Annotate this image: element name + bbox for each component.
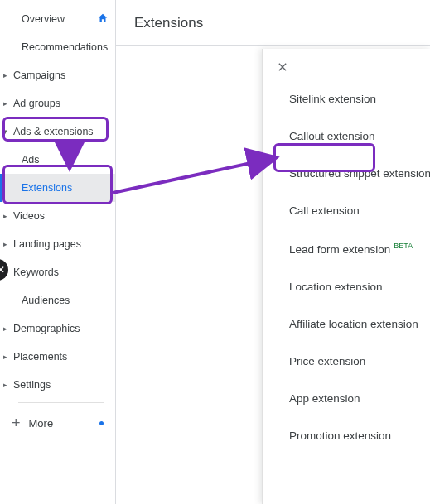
beta-badge: BETA	[394, 242, 413, 250]
close-icon	[276, 60, 289, 74]
menu-item-call[interactable]: Call extension	[263, 192, 430, 229]
sidebar-item-extensions[interactable]: Extensions	[0, 174, 115, 202]
sidebar-item-label: Videos	[13, 210, 45, 222]
sidebar: Overview Recommendations ▸ Campaigns ▸ A…	[0, 0, 116, 504]
sidebar-item-recommendations[interactable]: Recommendations	[0, 33, 115, 61]
sidebar-more-label: More	[29, 417, 54, 430]
sidebar-item-campaigns[interactable]: ▸ Campaigns	[0, 61, 115, 89]
sidebar-item-label: Placements	[13, 351, 67, 362]
menu-item-affiliate-location[interactable]: Affiliate location extension	[263, 305, 430, 343]
divider	[18, 402, 104, 403]
sidebar-item-videos[interactable]: ▸ Videos	[0, 202, 115, 230]
menu-item-app[interactable]: App extension	[263, 380, 430, 417]
sidebar-item-ads[interactable]: Ads	[0, 146, 115, 174]
caret-right-icon: ▸	[3, 353, 12, 361]
caret-right-icon: ▸	[3, 71, 12, 79]
sidebar-item-ads-extensions[interactable]: ▾ Ads & extensions	[0, 118, 115, 146]
caret-right-icon: ▸	[3, 99, 12, 108]
sidebar-item-label: Demographics	[13, 323, 80, 334]
menu-item-label: App extension	[289, 392, 360, 405]
plus-icon: +	[12, 415, 21, 432]
sidebar-item-label: Extensions	[22, 182, 72, 194]
sidebar-item-label: Overview	[22, 13, 65, 25]
sidebar-item-label: Landing pages	[13, 238, 81, 250]
caret-right-icon: ▸	[3, 381, 12, 389]
sidebar-item-overview[interactable]: Overview	[0, 5, 115, 33]
menu-item-label: Affiliate location extension	[289, 318, 418, 330]
sidebar-item-label: Audiences	[22, 295, 70, 306]
sidebar-item-label: Ads	[22, 154, 40, 166]
sidebar-item-label: Keywords	[13, 266, 59, 278]
menu-item-label: Structured snippet extension	[289, 167, 430, 180]
menu-item-label: Promotion extension	[289, 430, 391, 442]
sidebar-more-button[interactable]: + More	[0, 406, 115, 439]
page-title: Extensions	[116, 0, 430, 46]
menu-item-price[interactable]: Price extension	[263, 343, 430, 380]
close-button[interactable]	[263, 49, 430, 80]
sidebar-item-label: Settings	[13, 379, 51, 391]
sidebar-item-ad-groups[interactable]: ▸ Ad groups	[0, 89, 115, 118]
menu-item-label: Callout extension	[289, 130, 375, 142]
menu-item-callout[interactable]: Callout extension	[263, 118, 430, 155]
main-content: Extensions Sitelink extension Callout ex…	[116, 0, 430, 504]
caret-right-icon: ▸	[3, 212, 12, 220]
caret-right-icon: ▸	[3, 324, 12, 333]
menu-item-label: Location extension	[289, 281, 383, 293]
sidebar-item-landing-pages[interactable]: ▸ Landing pages	[0, 230, 115, 258]
menu-item-promotion[interactable]: Promotion extension	[263, 417, 430, 454]
menu-item-label: Price extension	[289, 355, 365, 367]
caret-down-icon: ▾	[3, 127, 12, 136]
menu-item-label: Sitelink extension	[289, 93, 376, 105]
caret-right-icon: ▸	[3, 240, 12, 248]
menu-item-sitelink[interactable]: Sitelink extension	[263, 80, 430, 118]
sidebar-item-label: Ads & extensions	[13, 126, 94, 137]
sidebar-item-placements[interactable]: ▸ Placements	[0, 343, 115, 371]
sidebar-item-label: Ad groups	[13, 98, 60, 109]
menu-item-label: Lead form extension	[289, 243, 390, 256]
menu-item-label: Call extension	[289, 204, 360, 217]
sidebar-item-label: Campaigns	[13, 70, 65, 81]
notification-dot-icon	[99, 421, 104, 425]
sidebar-item-label: Recommendations	[22, 41, 108, 53]
home-icon	[97, 12, 109, 26]
extension-type-menu: Sitelink extension Callout extension Str…	[262, 49, 430, 504]
menu-item-lead-form[interactable]: Lead form extensionBETA	[263, 229, 430, 268]
sidebar-item-keywords[interactable]: ▸ Keywords	[0, 258, 115, 286]
sidebar-item-demographics[interactable]: ▸ Demographics	[0, 314, 115, 343]
menu-item-structured-snippet[interactable]: Structured snippet extension	[263, 155, 430, 192]
sidebar-item-settings[interactable]: ▸ Settings	[0, 371, 115, 399]
sidebar-item-audiences[interactable]: Audiences	[0, 286, 115, 314]
menu-item-location[interactable]: Location extension	[263, 268, 430, 305]
